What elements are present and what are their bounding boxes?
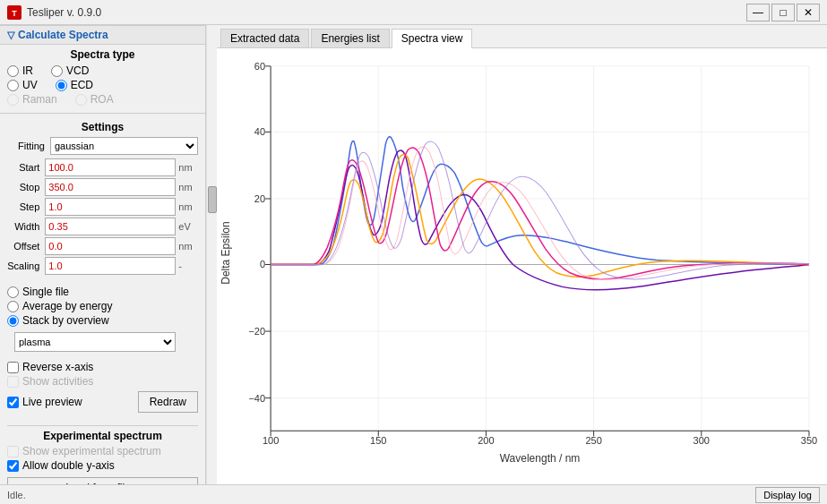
- x-axis-label: Wavelength / nm: [500, 452, 581, 465]
- svg-rect-2: [217, 48, 827, 484]
- maximize-button[interactable]: □: [771, 4, 795, 21]
- roa-label: ROA: [90, 93, 114, 106]
- spectra-row-1: IR VCD: [7, 64, 198, 77]
- redraw-button[interactable]: Redraw: [138, 391, 198, 413]
- sidebar-scroll-thumb[interactable]: [208, 186, 217, 213]
- stop-label: Stop: [7, 182, 45, 192]
- svg-text:20: 20: [254, 193, 265, 204]
- radio-roa[interactable]: ROA: [75, 93, 114, 106]
- tab-energies[interactable]: Energies list: [311, 29, 389, 47]
- settings-title: Settings: [7, 121, 198, 133]
- mode-stack-label: Stack by overview: [22, 314, 109, 327]
- close-button[interactable]: ✕: [797, 4, 820, 21]
- svg-text:−20: −20: [248, 326, 265, 337]
- chart-area: 60 40 20 0 −20 −40 100 150 200 250 300: [217, 48, 827, 484]
- svg-text:0: 0: [260, 260, 265, 270]
- step-unit: nm: [176, 201, 198, 212]
- spectra-type-group: IR VCD UV ECD: [7, 64, 198, 106]
- scaling-label: Scaling: [7, 261, 45, 271]
- tab-spectra[interactable]: Spectra view: [392, 29, 473, 48]
- step-label: Step: [7, 201, 45, 212]
- sidebar-scrollbar[interactable]: [206, 25, 217, 484]
- mode-stack[interactable]: Stack by overview: [7, 314, 198, 327]
- radio-vcd[interactable]: VCD: [51, 64, 89, 77]
- live-preview-row: Live preview Redraw: [7, 391, 198, 413]
- display-log-button[interactable]: Display log: [755, 487, 820, 503]
- fitting-select[interactable]: gaussian lorentzian: [50, 137, 198, 155]
- width-unit: eV: [176, 221, 198, 232]
- mode-section: Single file Average by energy Stack by o…: [0, 280, 205, 359]
- radio-ecd[interactable]: ECD: [56, 79, 93, 91]
- content-area: ▽ Calculate Spectra Spectra type IR VCD: [0, 25, 827, 484]
- vcd-label: VCD: [66, 64, 89, 77]
- tab-extracted[interactable]: Extracted data: [220, 29, 309, 47]
- show-activities-row[interactable]: Show activities: [7, 375, 198, 388]
- reverse-xaxis-row[interactable]: Reverse x-axis: [7, 361, 198, 373]
- status-bar: Idle. Display log: [0, 484, 827, 504]
- fitting-label: Fitting: [7, 141, 50, 151]
- svg-text:100: 100: [263, 435, 279, 446]
- fitting-row: Fitting gaussian lorentzian: [7, 137, 198, 155]
- step-input[interactable]: [45, 198, 176, 216]
- app-title: Tesliper v. 0.9.0: [27, 6, 101, 19]
- raman-label: Raman: [22, 93, 57, 106]
- spectra-chart: 60 40 20 0 −20 −40 100 150 200 250 300: [217, 48, 827, 484]
- show-activities-checkbox[interactable]: [7, 376, 19, 388]
- live-preview-left[interactable]: Live preview: [7, 396, 82, 408]
- mode-single-label: Single file: [22, 286, 69, 298]
- start-input[interactable]: [45, 158, 176, 176]
- offset-input[interactable]: [45, 237, 176, 255]
- radio-uv[interactable]: UV: [7, 79, 38, 91]
- load-file-button[interactable]: Load from file...: [7, 477, 198, 484]
- show-exp-label: Show experimental spectrum: [22, 445, 161, 457]
- divider-2: [7, 425, 198, 426]
- calculate-icon: ▽: [7, 30, 14, 41]
- title-bar-left: T Tesliper v. 0.9.0: [7, 5, 101, 20]
- svg-text:T: T: [12, 9, 17, 18]
- exp-title: Experimental spectrum: [7, 430, 198, 442]
- svg-text:60: 60: [254, 61, 265, 72]
- show-activities-label: Show activities: [22, 375, 93, 388]
- experimental-section: Experimental spectrum Show experimental …: [0, 420, 205, 484]
- radio-ir[interactable]: IR: [7, 64, 33, 77]
- mode-average[interactable]: Average by energy: [7, 300, 198, 312]
- status-text: Idle.: [7, 490, 26, 500]
- start-row: Start nm: [7, 158, 198, 176]
- svg-text:40: 40: [254, 126, 265, 137]
- svg-text:250: 250: [585, 435, 601, 446]
- mode-single[interactable]: Single file: [7, 286, 198, 298]
- y-axis-label: Delta Epsilon: [220, 221, 232, 284]
- live-preview-checkbox[interactable]: [7, 397, 19, 408]
- svg-text:300: 300: [693, 435, 710, 446]
- spectra-row-3: Raman ROA: [7, 93, 198, 106]
- window-controls: — □ ✕: [746, 4, 820, 21]
- divider-1: [0, 113, 205, 114]
- show-exp-checkbox[interactable]: [7, 446, 19, 457]
- settings-section: Settings Fitting gaussian lorentzian Sta…: [0, 117, 205, 280]
- offset-unit: nm: [176, 241, 198, 252]
- minimize-button[interactable]: —: [746, 4, 770, 21]
- sidebar: ▽ Calculate Spectra Spectra type IR VCD: [0, 25, 206, 484]
- ir-label: IR: [22, 64, 33, 77]
- offset-label: Offset: [7, 241, 45, 252]
- show-exp-row[interactable]: Show experimental spectrum: [7, 445, 198, 457]
- stop-unit: nm: [176, 182, 198, 192]
- start-unit: nm: [176, 162, 198, 173]
- calculate-spectra-label: Calculate Spectra: [18, 29, 108, 41]
- radio-raman[interactable]: Raman: [7, 93, 57, 106]
- palette-select[interactable]: plasma viridis magma inferno: [14, 332, 176, 352]
- tab-bar: Extracted data Energies list Spectra vie…: [217, 25, 827, 48]
- allow-double-y-checkbox[interactable]: [7, 460, 19, 472]
- stop-input[interactable]: [45, 178, 176, 196]
- svg-text:350: 350: [801, 435, 817, 446]
- allow-double-y-row[interactable]: Allow double y-axis: [7, 459, 198, 472]
- calculate-spectra-header[interactable]: ▽ Calculate Spectra: [0, 25, 205, 45]
- offset-row: Offset nm: [7, 237, 198, 255]
- right-panel: Extracted data Energies list Spectra vie…: [217, 25, 827, 484]
- step-row: Step nm: [7, 198, 198, 216]
- mode-group: Single file Average by energy Stack by o…: [7, 286, 198, 327]
- scaling-input[interactable]: [45, 257, 176, 275]
- width-input[interactable]: [45, 218, 176, 235]
- allow-double-y-label: Allow double y-axis: [22, 459, 115, 472]
- reverse-xaxis-checkbox[interactable]: [7, 362, 19, 373]
